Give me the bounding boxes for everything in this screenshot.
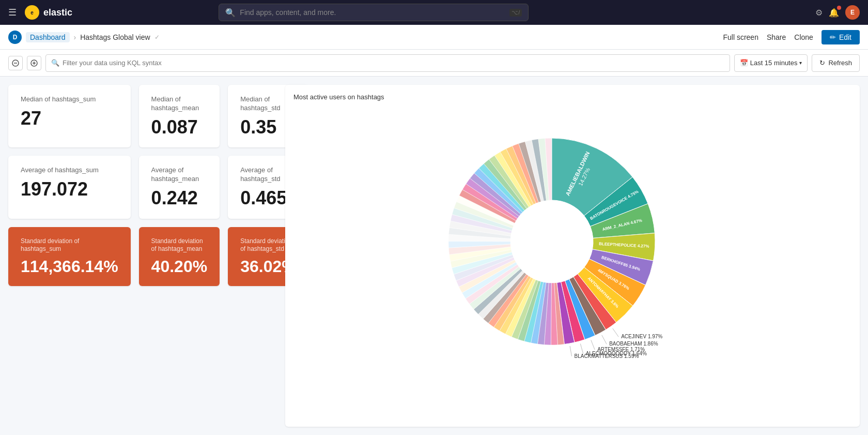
kql-filter-input[interactable] — [63, 59, 724, 67]
notifications-icon[interactable]: 🔔 — [829, 8, 839, 18]
breadcrumb-current-page: Hashtags Global view — [80, 33, 150, 41]
svg-line-21 — [580, 343, 583, 353]
search-input[interactable] — [240, 8, 505, 17]
menu-icon[interactable]: ☰ — [8, 7, 17, 18]
settings-icon[interactable]: ⚙ — [815, 8, 823, 18]
elastic-text: elastic — [43, 7, 72, 18]
filter-search-icon: 🔍 — [51, 59, 59, 67]
svg-text:ACEJINEV 1.97%: ACEJINEV 1.97% — [621, 334, 662, 339]
share-link[interactable]: Share — [767, 33, 786, 41]
svg-point-25 — [510, 200, 593, 283]
refresh-button[interactable]: ↻ Refresh — [812, 54, 860, 72]
metric-value-6: 114,366.14% — [21, 258, 118, 276]
user-avatar[interactable]: E — [845, 5, 860, 20]
svg-text:BAOBAEHAM 1.86%: BAOBAEHAM 1.86% — [609, 341, 658, 347]
metric-value-1: 0.087 — [151, 117, 208, 138]
main-content: Median of hashtags_sum 27 Median of hash… — [0, 77, 868, 435]
workspace-icon[interactable]: D — [8, 31, 22, 44]
metric-label-4: Average of hashtags_mean — [151, 166, 208, 184]
metric-value-4: 0.242 — [151, 188, 208, 208]
metric-card-0: Median of hashtags_sum 27 — [8, 85, 131, 147]
kql-filter-input-wrap[interactable]: 🔍 — [45, 54, 730, 72]
metric-label-1: Median of hashtags_mean — [151, 95, 208, 113]
nav-right-icons: ⚙ 🔔 E — [815, 5, 860, 20]
metric-card-3: Average of hashtags_sum 197.072 — [8, 156, 131, 218]
refresh-label: Refresh — [828, 59, 852, 67]
edit-icon: ✏ — [830, 33, 836, 41]
breadcrumb-separator: › — [74, 33, 76, 41]
time-range-label: Last 15 minutes — [750, 59, 798, 67]
pie-chart-title: Most active users on hashtags — [293, 93, 851, 101]
svg-line-23 — [570, 346, 571, 356]
svg-text:e: e — [30, 10, 34, 16]
metric-card-6: Standard deviation of hashtags_sum 114,3… — [8, 227, 131, 286]
metric-value-7: 40.20% — [151, 258, 208, 276]
filter-minus-button[interactable] — [8, 56, 23, 70]
breadcrumb-actions: Full screen Share Clone ✏ Edit — [723, 30, 860, 44]
metric-card-4: Average of hashtags_mean 0.242 — [139, 156, 220, 218]
metric-value-0: 27 — [21, 108, 118, 129]
global-search[interactable]: 🔍 ⌥/ — [219, 4, 529, 21]
chevron-down-icon: ▾ — [799, 60, 802, 66]
svg-line-19 — [591, 340, 595, 350]
metric-label-3: Average of hashtags_sum — [21, 166, 118, 175]
top-navigation: ☰ e elastic 🔍 ⌥/ ⚙ 🔔 E — [0, 0, 868, 25]
filter-bar: 🔍 📅 Last 15 minutes ▾ ↻ Refresh — [0, 50, 868, 77]
breadcrumb-dashboard[interactable]: Dashboard — [26, 32, 70, 42]
metric-label-6: Standard deviation of hashtags_sum — [21, 237, 118, 253]
svg-line-17 — [602, 335, 607, 344]
clone-link[interactable]: Clone — [794, 33, 813, 41]
calendar-icon: 📅 — [740, 59, 748, 67]
refresh-icon: ↻ — [819, 59, 825, 67]
edit-button[interactable]: ✏ Edit — [822, 30, 860, 44]
breadcrumb-check-icon[interactable]: ✓ — [154, 34, 160, 41]
search-shortcut: ⌥/ — [509, 9, 522, 17]
metric-card-7: Standard deviation of hashtags_mean 40.2… — [139, 227, 220, 286]
pie-chart-container: AMELIEBALDWIN14.27%BATONROUGEVOICE 4.75%… — [293, 107, 851, 376]
elastic-logo: e elastic — [25, 5, 72, 20]
metrics-grid: Median of hashtags_sum 27 Median of hash… — [8, 85, 277, 427]
time-range-picker[interactable]: 📅 Last 15 minutes ▾ — [734, 54, 808, 72]
svg-text:BLACKMATTERSUS 1.59%: BLACKMATTERSUS 1.59% — [574, 353, 639, 359]
fullscreen-link[interactable]: Full screen — [723, 33, 758, 41]
pie-chart-svg: AMELIEBALDWIN14.27%BATONROUGEVOICE 4.75%… — [438, 112, 707, 371]
search-icon: 🔍 — [225, 8, 236, 18]
filter-plus-button[interactable] — [27, 56, 41, 70]
metric-value-3: 197.072 — [21, 179, 118, 200]
metric-card-1: Median of hashtags_mean 0.087 — [139, 85, 220, 147]
pie-chart-panel: Most active users on hashtags AMELIEBALD… — [285, 85, 860, 427]
metric-label-7: Standard deviation of hashtags_mean — [151, 237, 208, 253]
notification-badge — [837, 6, 841, 10]
metric-label-0: Median of hashtags_sum — [21, 95, 118, 104]
breadcrumb-bar: D Dashboard › Hashtags Global view ✓ Ful… — [0, 25, 868, 50]
svg-line-15 — [613, 328, 618, 337]
elastic-logo-icon: e — [25, 5, 39, 20]
